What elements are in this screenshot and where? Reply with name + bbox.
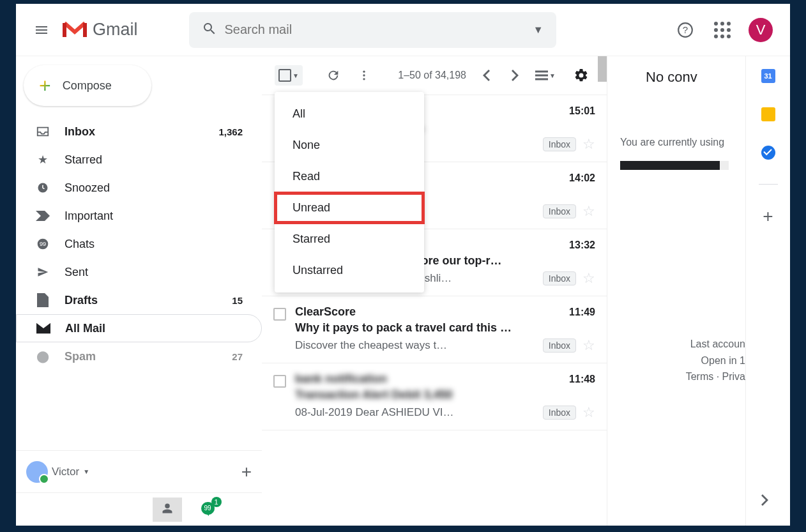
email-checkbox[interactable] bbox=[273, 375, 286, 388]
sidebar-item-chats[interactable]: 99 Chats bbox=[16, 230, 262, 258]
star-icon[interactable]: ☆ bbox=[582, 337, 595, 354]
svg-text:99: 99 bbox=[40, 241, 46, 247]
svg-point-7 bbox=[363, 74, 365, 76]
important-icon bbox=[35, 211, 50, 221]
svg-point-8 bbox=[363, 78, 365, 80]
refresh-icon bbox=[326, 68, 340, 82]
caret-down-icon: ▼ bbox=[549, 72, 556, 79]
storage-info: You are currently using bbox=[620, 137, 745, 148]
spam-icon: ⬤ bbox=[35, 349, 50, 363]
preview-title: No conv bbox=[646, 69, 745, 86]
more-vert-icon bbox=[358, 69, 370, 82]
inbox-icon bbox=[35, 125, 50, 139]
get-addons-button[interactable]: + bbox=[761, 209, 776, 224]
star-icon[interactable]: ☆ bbox=[582, 270, 595, 287]
hangouts-badge: 1 bbox=[211, 497, 222, 507]
dropdown-item-unread[interactable]: Unread bbox=[275, 192, 424, 224]
hangouts-panel: Victor ▼ + bbox=[16, 450, 262, 492]
side-panel: 31 + bbox=[745, 56, 790, 526]
sidebar-item-sent[interactable]: Sent bbox=[16, 258, 262, 286]
email-list-column: ▼ 1–50 of 34,198 bbox=[262, 56, 607, 526]
main-menu-button[interactable] bbox=[26, 15, 57, 45]
pager-range[interactable]: 1–50 of 34,198 bbox=[398, 70, 466, 81]
compose-label: Compose bbox=[63, 79, 112, 93]
search-input[interactable] bbox=[225, 22, 526, 37]
search-icon[interactable] bbox=[194, 21, 225, 39]
sidebar-item-drafts[interactable]: Drafts 15 bbox=[16, 286, 262, 314]
star-icon: ★ bbox=[35, 153, 50, 167]
sidebar-item-inbox[interactable]: Inbox 1,362 bbox=[16, 118, 262, 146]
gmail-m-icon bbox=[62, 20, 87, 40]
sidebar-item-snoozed[interactable]: Snoozed bbox=[16, 174, 262, 202]
gmail-logo[interactable]: Gmail bbox=[62, 20, 138, 40]
sidebar-item-spam[interactable]: ⬤ Spam 27 bbox=[16, 342, 262, 370]
sent-icon bbox=[35, 266, 50, 278]
caret-down-icon: ▼ bbox=[83, 468, 89, 475]
search-options-dropdown-icon[interactable]: ▼ bbox=[526, 24, 551, 36]
dropdown-item-starred[interactable]: Starred bbox=[275, 224, 424, 255]
email-row[interactable]: bank notification11:48 Transaction Alert… bbox=[262, 363, 607, 430]
storage-bar bbox=[620, 161, 729, 170]
hangouts-contacts-tab[interactable] bbox=[153, 498, 182, 522]
mail-icon bbox=[36, 323, 51, 334]
preview-footer: Last accoun Open in 1 Terms · Priva bbox=[620, 336, 745, 385]
gear-icon bbox=[574, 68, 589, 83]
list-toolbar: ▼ 1–50 of 34,198 bbox=[262, 56, 607, 95]
settings-button[interactable] bbox=[568, 63, 594, 88]
clock-icon bbox=[35, 181, 50, 194]
google-apps-button[interactable] bbox=[710, 17, 735, 43]
svg-text:?: ? bbox=[683, 24, 688, 35]
sidebar-item-starred[interactable]: ★ Starred bbox=[16, 146, 262, 174]
drafts-icon bbox=[35, 293, 50, 307]
apps-grid-icon bbox=[714, 22, 731, 38]
calendar-addon[interactable]: 31 bbox=[761, 69, 775, 83]
older-button[interactable] bbox=[507, 63, 522, 88]
person-icon bbox=[162, 503, 173, 514]
list-icon bbox=[535, 70, 548, 80]
dropdown-item-read[interactable]: Read bbox=[275, 161, 424, 192]
header: Gmail ▼ ? V bbox=[16, 4, 790, 56]
select-all-dropdown[interactable]: ▼ bbox=[275, 65, 303, 86]
caret-down-icon: ▼ bbox=[293, 72, 299, 79]
gmail-logo-text: Gmail bbox=[93, 20, 138, 40]
hangouts-chats-tab[interactable]: 99 1 bbox=[200, 501, 215, 519]
dropdown-item-unstarred[interactable]: Unstarred bbox=[275, 255, 424, 286]
help-icon: ? bbox=[677, 22, 694, 38]
email-row[interactable]: ClearScore11:49 Why it pays to pack a tr… bbox=[262, 296, 607, 363]
account-avatar[interactable]: V bbox=[747, 16, 775, 44]
hangouts-user[interactable]: Victor ▼ bbox=[26, 461, 89, 483]
compose-button[interactable]: + Compose bbox=[24, 65, 151, 106]
user-avatar-icon bbox=[26, 461, 48, 483]
dropdown-item-all[interactable]: All bbox=[275, 98, 424, 130]
svg-text:99: 99 bbox=[204, 505, 211, 512]
star-icon[interactable]: ☆ bbox=[582, 404, 595, 421]
star-icon[interactable]: ☆ bbox=[582, 203, 595, 220]
chevron-left-icon bbox=[483, 70, 490, 81]
star-icon[interactable]: ☆ bbox=[582, 136, 595, 153]
sidebar: + Compose Inbox 1,362 ★ Starred Snoozed bbox=[16, 56, 262, 526]
svg-point-6 bbox=[363, 71, 365, 73]
preview-pane: No conv You are currently using Last acc… bbox=[607, 56, 745, 526]
newer-button[interactable] bbox=[479, 63, 494, 88]
keep-addon[interactable] bbox=[761, 107, 775, 121]
chat-icon: 99 bbox=[35, 238, 50, 250]
search-box[interactable]: ▼ bbox=[189, 12, 556, 48]
sidebar-item-important[interactable]: Important bbox=[16, 202, 262, 230]
chevron-right-icon bbox=[511, 70, 519, 81]
split-pane-button[interactable]: ▼ bbox=[535, 63, 556, 88]
more-button[interactable] bbox=[351, 63, 377, 88]
select-dropdown-menu: All None Read Unread Starred Unstarred bbox=[275, 92, 424, 293]
email-checkbox[interactable] bbox=[273, 308, 286, 321]
plus-icon: + bbox=[39, 74, 51, 98]
tasks-addon[interactable] bbox=[761, 146, 775, 160]
refresh-button[interactable] bbox=[321, 63, 346, 88]
checkbox-icon bbox=[278, 69, 291, 82]
support-button[interactable]: ? bbox=[673, 17, 698, 43]
new-conversation-button[interactable]: + bbox=[241, 462, 252, 482]
sidebar-item-all-mail[interactable]: All Mail bbox=[16, 314, 262, 342]
dropdown-item-none[interactable]: None bbox=[275, 130, 424, 161]
